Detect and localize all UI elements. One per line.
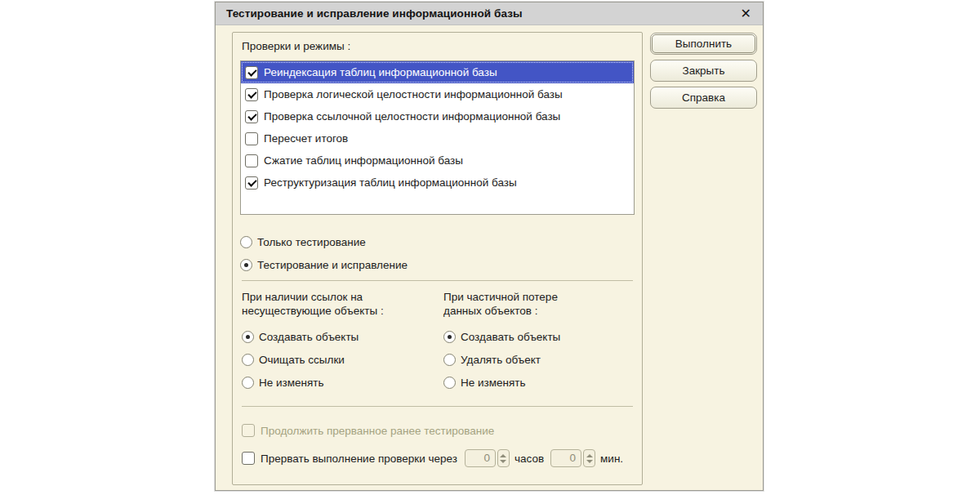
minutes-stepper[interactable] — [583, 449, 595, 467]
checkbox-checked-icon[interactable] — [245, 176, 258, 190]
radio-label: Создавать объекты — [259, 331, 359, 343]
radio-loss-create-objects[interactable]: Создавать объекты — [443, 329, 635, 344]
list-item-logical-integrity[interactable]: Проверка логической целостности информац… — [241, 83, 634, 105]
checkbox-checked-icon[interactable] — [245, 110, 258, 123]
hours-input[interactable]: 0 — [465, 449, 496, 467]
execute-button[interactable]: Выполнить — [650, 33, 757, 55]
options-panel: Проверки и режимы : Реиндексация таблиц … — [232, 32, 643, 485]
broken-refs-header-line1: При наличии ссылок на — [242, 290, 443, 304]
list-item-label: Пересчет итогов — [264, 132, 348, 145]
hours-spinner: 0 — [465, 449, 510, 467]
spin-up-icon[interactable] — [500, 454, 506, 457]
hours-unit-label: часов — [514, 453, 544, 465]
list-item-compress-tables[interactable]: Сжатие таблиц информационной базы — [241, 149, 634, 172]
close-icon[interactable]: ✕ — [739, 7, 753, 20]
list-item-label: Реструктуризация таблиц информационной б… — [264, 176, 517, 189]
partial-loss-group: При частичной потере данных объектов : С… — [443, 290, 635, 390]
radio-label: Тестирование и исправление — [257, 259, 408, 271]
radio-label: Удалять объект — [461, 354, 541, 366]
radio-label: Не изменять — [461, 377, 526, 389]
minutes-unit-label: мин. — [600, 453, 623, 465]
reference-options-columns: При наличии ссылок на несуществующие объ… — [240, 290, 635, 390]
list-item-reindex[interactable]: Реиндексация таблиц информационной базы — [241, 61, 634, 83]
broken-refs-header-line2: несуществующие объекты : — [242, 304, 443, 318]
separator — [242, 280, 633, 281]
partial-loss-header-line2: данных объектов : — [443, 304, 635, 318]
radio-selected-icon[interactable] — [443, 331, 456, 343]
list-item-reference-integrity[interactable]: Проверка ссылочной целостности информаци… — [241, 105, 634, 127]
list-item-label: Проверка ссылочной целостности информаци… — [264, 110, 560, 123]
minutes-spinner: 0 — [550, 449, 595, 467]
radio-icon[interactable] — [240, 236, 252, 248]
radio-test-only[interactable]: Только тестирование — [240, 234, 635, 249]
hours-stepper[interactable] — [497, 449, 510, 467]
spin-down-icon[interactable] — [586, 460, 593, 463]
list-item-recalc-totals[interactable]: Пересчет итогов — [241, 127, 634, 149]
radio-icon[interactable] — [443, 377, 456, 389]
radio-label: Очищать ссылки — [259, 354, 345, 366]
dialog-body: Проверки и режимы : Реиндексация таблиц … — [216, 25, 763, 491]
spin-down-icon[interactable] — [500, 460, 506, 463]
radio-test-and-repair[interactable]: Тестирование и исправление — [240, 257, 635, 272]
radio-label: Создавать объекты — [461, 331, 560, 343]
radio-icon[interactable] — [443, 354, 456, 366]
interrupt-checkbox-row[interactable]: Прервать выполнение проверки через 0 час… — [242, 448, 635, 468]
action-buttons: Выполнить Закрыть Справка — [650, 33, 757, 109]
resume-testing-label: Продолжить прерванное ранее тестирование — [261, 425, 494, 437]
titlebar: Тестирование и исправление информационно… — [216, 2, 763, 25]
separator — [242, 406, 633, 407]
radio-selected-icon[interactable] — [240, 259, 252, 271]
resume-testing-checkbox-row: Продолжить прерванное ранее тестирование — [242, 423, 635, 438]
minutes-input[interactable]: 0 — [550, 449, 581, 467]
interrupt-label: Прервать выполнение проверки через — [261, 453, 457, 465]
checkbox-checked-icon[interactable] — [245, 88, 258, 101]
checkbox-unchecked-icon[interactable] — [245, 132, 258, 145]
close-button[interactable]: Закрыть — [650, 60, 757, 82]
checkbox-unchecked-icon[interactable] — [245, 154, 258, 167]
list-item-label: Проверка логической целостности информац… — [264, 88, 563, 100]
dialog-testing-and-repair: Тестирование и исправление информационно… — [215, 2, 764, 491]
help-button[interactable]: Справка — [650, 87, 757, 109]
window-title: Тестирование и исправление информационно… — [226, 7, 523, 20]
radio-icon[interactable] — [242, 354, 254, 366]
spin-up-icon[interactable] — [586, 454, 593, 457]
list-item-label: Реиндексация таблиц информационной базы — [264, 66, 497, 78]
radio-label: Не изменять — [259, 377, 324, 389]
radio-refs-no-change[interactable]: Не изменять — [242, 375, 443, 390]
checkbox-disabled-icon — [242, 424, 255, 437]
radio-label: Только тестирование — [257, 236, 366, 248]
radio-loss-delete-object[interactable]: Удалять объект — [443, 352, 635, 367]
checks-listbox[interactable]: Реиндексация таблиц информационной базы … — [240, 60, 635, 215]
radio-refs-create-objects[interactable]: Создавать объекты — [242, 329, 443, 344]
radio-refs-clear-links[interactable]: Очищать ссылки — [242, 352, 443, 367]
radio-selected-icon[interactable] — [242, 331, 254, 343]
radio-icon[interactable] — [242, 377, 254, 389]
partial-loss-header-line1: При частичной потере — [443, 290, 635, 304]
list-item-label: Сжатие таблиц информационной базы — [264, 154, 463, 167]
checks-label: Проверки и режимы : — [240, 38, 635, 54]
checkbox-checked-icon[interactable] — [245, 66, 258, 79]
checkbox-unchecked-icon[interactable] — [242, 452, 255, 465]
broken-refs-group: При наличии ссылок на несуществующие объ… — [242, 290, 443, 390]
list-item-restructure-tables[interactable]: Реструктуризация таблиц информационной б… — [241, 172, 634, 194]
radio-loss-no-change[interactable]: Не изменять — [443, 375, 635, 390]
